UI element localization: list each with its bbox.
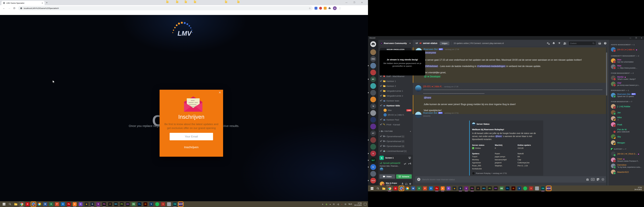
email-field[interactable]: Your Email [170, 133, 213, 140]
taskbar-icon-voicemod[interactable]: VM [541, 186, 545, 190]
member-max[interactable]: Max☺, https://www.youtube.... [611, 64, 644, 70]
taskbar-icon-intellij[interactable]: IJ [476, 186, 480, 190]
browser-menu-icon[interactable]: ⋮ [339, 7, 341, 10]
chat-scrollbar[interactable] [606, 47, 607, 190]
taskbar-icon-explorer[interactable] [14, 202, 18, 206]
stream-preview-tile[interactable]: S Screen 1 [378, 155, 413, 161]
taskbar-icon-outlook[interactable]: O [61, 202, 65, 206]
taskbar-icon-word[interactable]: W [43, 202, 47, 206]
tray-icon-display2[interactable]: ⊡ [345, 203, 346, 205]
chat-message[interactable]: [05-03 | ● ] Iddo K. vandaag om 17:39 --… [413, 85, 607, 95]
voice-channel-priv-kanaal[interactable]: Privé - Kanaal [378, 122, 413, 127]
taskbar-icon-chrome[interactable] [388, 186, 392, 190]
taskbar-icon-datagrip[interactable]: DG [126, 202, 130, 206]
member-meagan[interactable]: Meagan [611, 140, 644, 146]
channel-mention[interactable]: # whitelisted-mededelingen [477, 65, 506, 68]
server-icon[interactable] [370, 124, 376, 130]
here-mention[interactable]: @here [424, 96, 432, 99]
developer-role-mention[interactable]: @ ★ Developer [424, 75, 441, 78]
taskbar-icon-github[interactable]: G [447, 186, 450, 190]
taskbar-icon-illustrator[interactable]: Ai [512, 186, 515, 190]
taskbar-icon-browser-wheel[interactable] [405, 186, 409, 190]
server-icon-gt[interactable]: GT [370, 130, 376, 136]
taskbar-icon-photoshop[interactable]: Ps [506, 186, 510, 190]
extension-icon-3[interactable] [324, 7, 326, 10]
emoji-icon[interactable] [602, 178, 604, 181]
taskbar-icon-steam[interactable]: S [458, 186, 462, 190]
server-header[interactable]: ✦ Roerveen Community ▼ [378, 40, 413, 47]
here-mention[interactable]: @here [495, 135, 502, 138]
taskbar-icon-visualstudio[interactable]: V [517, 186, 521, 190]
voice-channel-kantoor-iwan[interactable]: Kantoor Iwan [378, 98, 413, 103]
taskbar-icon-opera[interactable]: O [394, 186, 398, 190]
server-icon-dss[interactable]: DSS [370, 56, 376, 62]
taskbar-icon-vs-purple[interactable]: 5 [96, 202, 100, 206]
chat-message[interactable]: Roerveen BotBOT vandaag om 17:51 (bewerk… [413, 111, 607, 117]
member-mike[interactable]: Mike☺ [611, 116, 644, 122]
taskbar-clock[interactable]: 17:51 24-9-2021 [354, 202, 362, 206]
taskbar-icon-sketch[interactable]: ◆ [84, 202, 88, 206]
extensions-puzzle-icon[interactable] [328, 7, 331, 10]
notifications-bell-icon[interactable] [552, 42, 555, 45]
server-icon-78[interactable]: 78 [370, 103, 376, 109]
member-sky[interactable]: Sky [611, 134, 644, 140]
voice-channel-livestreamkanaal-1-[interactable]: Livestreamkanaal [1] [378, 148, 413, 154]
taskbar-icon-webstorm[interactable]: WS [114, 202, 118, 206]
tray-icon-red[interactable]: ◖ [341, 203, 342, 205]
threads-icon[interactable] [547, 42, 550, 45]
member-jan[interactable]: Jan [611, 110, 644, 116]
voice-channel-kantoor-paul[interactable]: Kantoor Paul [378, 117, 413, 122]
video-button[interactable]: Video [380, 174, 395, 179]
taskbar-icon-github[interactable]: G [79, 202, 82, 206]
gif-icon[interactable]: GIF [591, 178, 594, 181]
taskbar-icon-spotify[interactable] [523, 186, 527, 190]
profile-avatar[interactable]: M [333, 6, 337, 10]
extension-icon-1[interactable] [314, 7, 318, 10]
voice-channel-vergaderruimte-2[interactable]: Vergaderruimte 2 [378, 93, 413, 98]
bot-avatar[interactable] [415, 112, 422, 118]
browser-maximize-button[interactable]: ❐ [351, 0, 357, 5]
disconnect-call-icon[interactable] [408, 162, 411, 165]
server-icon[interactable] [370, 83, 376, 89]
taskbar-icon-excel[interactable]: X [49, 202, 53, 206]
gift-icon[interactable] [586, 178, 589, 181]
taskbar-icon-vs-purple[interactable]: 5 [464, 186, 468, 190]
modal-close-icon[interactable]: ✕ [218, 91, 221, 94]
scrollbar-thumb[interactable] [606, 52, 607, 96]
member--05-03-iddo-k-[interactable]: [05-03 | ● ] Iddo K.◆ [611, 46, 644, 52]
whitelisted-mention[interactable]: @Whitelisted [424, 65, 438, 68]
taskbar-icon-steam[interactable]: S [90, 202, 94, 206]
taskbar-icon-pycharm[interactable]: PC [120, 202, 124, 206]
browser-close-button[interactable]: ✕ [359, 0, 365, 5]
voice-channel-kantoor-iddo[interactable]: Kantoor Iddo [378, 103, 413, 108]
taskbar-icon-browser-wheel[interactable] [38, 202, 41, 206]
member-roerveen-bot[interactable]: Roerveen BotBOTSpeelt met 15 spelers [611, 92, 644, 98]
taskbar-icon-heidisql[interactable]: HS [132, 202, 136, 206]
taskbar-icon-visualstudio[interactable]: V [149, 202, 153, 206]
server-icon[interactable] [370, 49, 376, 55]
server-icon-r[interactable]: R [370, 151, 376, 156]
taskbar-clock[interactable]: 17:51 24-9-2021 [634, 186, 642, 190]
taskbar-icon-illustrator[interactable]: Ai [144, 202, 147, 206]
subscribe-button[interactable]: Inschrijven [160, 146, 223, 149]
channel-section-youtube[interactable]: YOUTUBE+ [378, 129, 413, 134]
taskbar-icon-sharex[interactable]: S [529, 186, 533, 190]
server-icon[interactable] [370, 63, 376, 68]
taskbar-icon-pycharm[interactable]: PC [488, 186, 492, 190]
taskbar-icon-phpstorm[interactable]: PS [470, 186, 474, 190]
voice-channel-kantoor-1[interactable]: Kantoor 1 [378, 79, 413, 84]
taskbar-icon-powerpoint[interactable]: P [423, 186, 427, 190]
discord-minimize-button[interactable]: — [630, 37, 631, 39]
screen-share-button[interactable]: Scherm [396, 174, 412, 179]
taskbar-icon-intellij[interactable]: IJ [108, 202, 112, 206]
taskbar-icon-excel[interactable]: X [417, 186, 421, 190]
taskbar-icon-audio-mixer[interactable] [167, 202, 171, 206]
server-icon[interactable] [370, 144, 376, 150]
taskbar-icon-sketch[interactable]: ◆ [452, 186, 456, 190]
language-indicator[interactable]: NLD [348, 203, 352, 205]
server-icon[interactable] [370, 137, 376, 143]
action-center-icon[interactable] [364, 203, 366, 206]
taskbar-icon-outlook[interactable]: O [429, 186, 433, 190]
server-icon[interactable] [370, 90, 376, 96]
taskbar-icon-search[interactable] [376, 186, 380, 190]
